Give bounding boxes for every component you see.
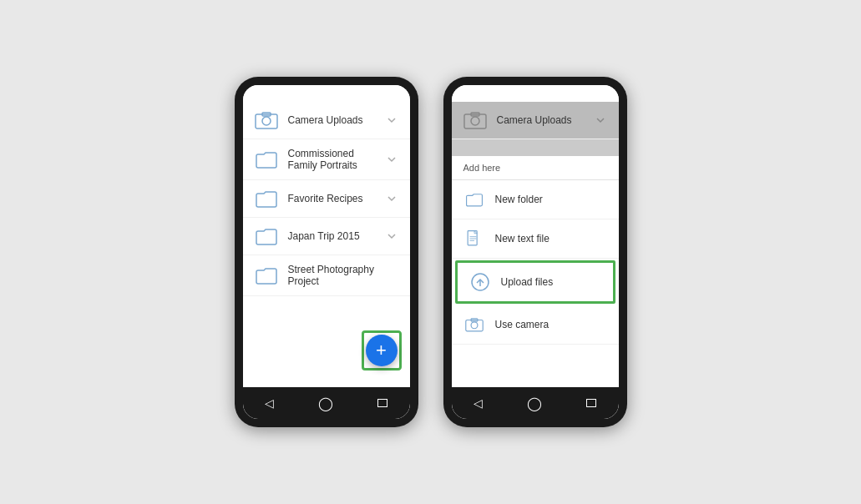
- folder-label: Commissioned Family Portraits: [288, 148, 385, 171]
- home-icon[interactable]: ◯: [318, 396, 333, 411]
- context-item-upload-files[interactable]: Upload files: [458, 263, 613, 301]
- overlay-dim: [452, 139, 619, 156]
- use-camera-label: Use camera: [495, 319, 550, 330]
- camera-icon: [255, 110, 278, 130]
- camera-row-label: Camera Uploads: [497, 114, 594, 126]
- list-item[interactable]: Japan Trip 2015: [243, 218, 410, 255]
- back-icon[interactable]: ◁: [265, 396, 274, 410]
- nav-bar-1: ◁ ◯: [243, 387, 410, 419]
- context-menu: Add here New folder: [452, 156, 619, 345]
- folder-icon: [255, 149, 278, 169]
- new-folder-icon: [463, 189, 485, 210]
- add-here-header: Add here: [452, 156, 619, 180]
- upload-files-label: Upload files: [501, 276, 554, 288]
- list-item[interactable]: Street Photography Project: [243, 255, 410, 296]
- chevron-down-icon: [594, 113, 607, 127]
- folder-list: Camera Uploads Commissioned Family Portr…: [243, 102, 410, 296]
- folder-label: Favorite Recipes: [288, 193, 385, 204]
- upload-files-highlight: Upload files: [455, 260, 615, 304]
- folder-icon: [255, 265, 278, 285]
- status-bar-2: [452, 85, 619, 102]
- phone-2: Camera Uploads Add here: [443, 77, 627, 427]
- phone-2-screen: Camera Uploads Add here: [452, 85, 619, 419]
- phone-1: Camera Uploads Commissioned Family Portr…: [235, 77, 418, 427]
- svg-point-4: [471, 117, 479, 125]
- chevron-down-icon: [385, 113, 398, 127]
- folder-label: Street Photography Project: [288, 264, 398, 287]
- fab-add-button[interactable]: +: [366, 335, 398, 366]
- chevron-down-icon: [385, 229, 398, 243]
- folder-label: Camera Uploads: [288, 114, 385, 126]
- recents-icon[interactable]: [586, 399, 596, 407]
- svg-point-1: [262, 117, 271, 125]
- list-item[interactable]: Camera Uploads: [243, 102, 410, 139]
- upload-icon: [469, 271, 491, 293]
- context-item-new-text-file[interactable]: New text file: [452, 219, 619, 259]
- list-item[interactable]: Commissioned Family Portraits: [243, 139, 410, 180]
- phone-1-screen: Camera Uploads Commissioned Family Portr…: [243, 85, 410, 419]
- chevron-down-icon: [385, 153, 398, 166]
- camera-icon: [463, 110, 487, 130]
- context-item-new-folder[interactable]: New folder: [452, 180, 619, 219]
- home-icon[interactable]: ◯: [527, 396, 542, 411]
- camera-row: Camera Uploads: [452, 102, 619, 139]
- screen-content-2: Camera Uploads Add here: [452, 102, 619, 387]
- new-folder-label: New folder: [495, 194, 543, 205]
- fab-highlight-box: +: [362, 330, 402, 370]
- add-here-label: Add here: [463, 163, 501, 173]
- folder-icon: [255, 189, 278, 209]
- nav-bar-2: ◁ ◯: [452, 387, 619, 419]
- use-camera-icon: [463, 314, 485, 335]
- folder-icon: [255, 226, 278, 246]
- svg-point-13: [471, 322, 478, 329]
- svg-rect-6: [468, 231, 477, 245]
- recents-icon[interactable]: [377, 399, 387, 407]
- back-icon[interactable]: ◁: [474, 396, 483, 410]
- chevron-down-icon: [385, 192, 398, 205]
- fab-plus-icon: +: [376, 341, 387, 360]
- new-text-file-icon: [463, 228, 485, 249]
- list-item[interactable]: Favorite Recipes: [243, 180, 410, 218]
- new-text-file-label: New text file: [495, 233, 550, 244]
- context-item-use-camera[interactable]: Use camera: [452, 305, 619, 345]
- screen-content-1: Camera Uploads Commissioned Family Portr…: [243, 102, 410, 387]
- folder-label: Japan Trip 2015: [288, 230, 385, 242]
- status-bar-1: [243, 85, 410, 102]
- phones-container: Camera Uploads Commissioned Family Portr…: [235, 77, 627, 427]
